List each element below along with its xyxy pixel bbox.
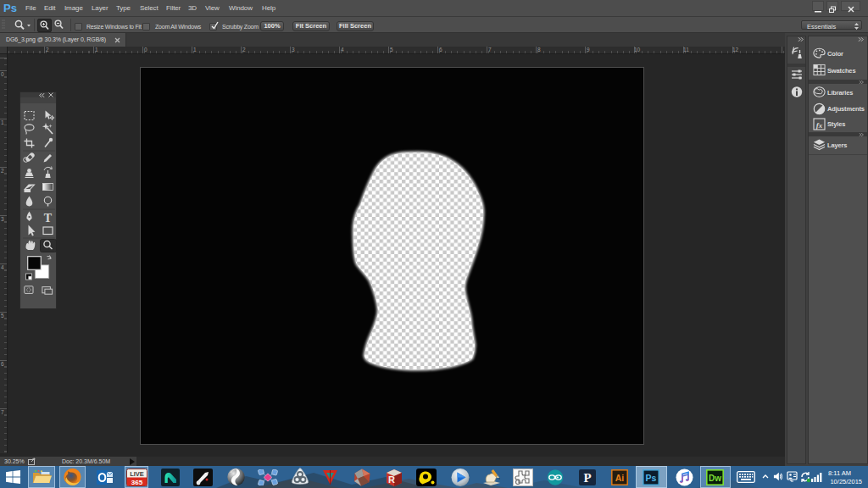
svg-text:LIVE: LIVE — [130, 470, 144, 478]
svg-text:Ps: Ps — [646, 473, 657, 483]
svg-text:Ai: Ai — [615, 473, 625, 483]
svg-text:365: 365 — [131, 479, 143, 486]
svg-text:fx: fx — [816, 121, 823, 130]
svg-text:T: T — [44, 212, 53, 225]
svg-text:Dw: Dw — [709, 474, 721, 483]
svg-text:R: R — [388, 474, 395, 485]
svg-text:P: P — [583, 471, 591, 485]
